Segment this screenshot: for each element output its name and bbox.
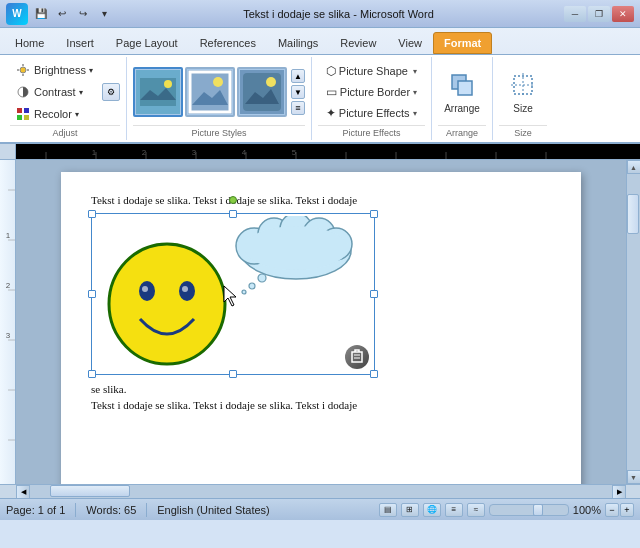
view-print-button[interactable]: ▤: [379, 503, 397, 517]
tab-review[interactable]: Review: [329, 32, 387, 54]
zoom-thumb[interactable]: [533, 504, 543, 516]
status-separator-1: [75, 503, 76, 517]
svg-text:3: 3: [192, 148, 197, 157]
app-logo: W: [6, 3, 28, 25]
zoom-level: 100%: [573, 504, 601, 516]
thought-cloud: [224, 216, 369, 296]
arrange-group-label: Arrange: [438, 125, 486, 138]
minimize-button[interactable]: ─: [564, 6, 586, 22]
size-button[interactable]: Size: [499, 66, 547, 119]
styles-up-button[interactable]: ▲: [291, 69, 305, 83]
tab-view[interactable]: View: [387, 32, 433, 54]
save-button[interactable]: 💾: [32, 5, 50, 23]
page-info: Page: 1 of 1: [6, 504, 65, 516]
scroll-down-button[interactable]: ▼: [627, 470, 641, 484]
svg-point-64: [249, 283, 255, 289]
contrast-arrow-icon: ▾: [79, 88, 83, 97]
brightness-button[interactable]: Brightness ▾: [10, 60, 98, 80]
word-count: Words: 65: [86, 504, 136, 516]
contrast-button[interactable]: Contrast ▾: [10, 82, 98, 102]
picture-styles-content: ▲ ▼ ≡: [133, 59, 305, 125]
resize-handle-bm[interactable]: [229, 370, 237, 378]
undo-button[interactable]: ↩: [53, 5, 71, 23]
scroll-up-button[interactable]: ▲: [627, 160, 641, 174]
resize-handle-br[interactable]: [370, 370, 378, 378]
group-size: Size Size: [493, 57, 553, 140]
scrollbar-vertical[interactable]: ▲ ▼: [626, 160, 640, 484]
scroll-track-h[interactable]: [30, 485, 612, 498]
restore-button[interactable]: ❐: [588, 6, 610, 22]
recolor-button[interactable]: Recolor ▾: [10, 104, 98, 124]
svg-rect-24: [16, 144, 640, 160]
zoom-slider[interactable]: [489, 504, 569, 516]
view-outline-button[interactable]: ≡: [445, 503, 463, 517]
styles-down-button[interactable]: ▼: [291, 85, 305, 99]
svg-point-53: [142, 286, 148, 292]
picture-shape-label: Picture Shape: [339, 65, 410, 77]
scroll-left-button[interactable]: ◀: [16, 485, 30, 498]
resize-handle-bl[interactable]: [88, 370, 96, 378]
image-container[interactable]: [91, 213, 375, 375]
view-draft-button[interactable]: ≈: [467, 503, 485, 517]
style-thumb-3[interactable]: [237, 67, 287, 117]
resize-handle-mr[interactable]: [370, 290, 378, 298]
status-bar: Page: 1 of 1 Words: 65 English (United S…: [0, 498, 640, 520]
picture-styles-label: Picture Styles: [133, 125, 305, 138]
status-right: ▤ ⊞ 🌐 ≡ ≈ 100% − +: [379, 503, 634, 517]
style-thumb-2[interactable]: [185, 67, 235, 117]
scroll-thumb-v[interactable]: [627, 194, 639, 234]
tab-format[interactable]: Format: [433, 32, 492, 54]
arrange-button[interactable]: Arrange: [438, 66, 486, 119]
svg-text:1: 1: [92, 148, 97, 157]
svg-point-65: [242, 290, 246, 294]
scrollbar-horizontal-row: ◀ ▶: [0, 484, 640, 498]
svg-point-0: [20, 67, 26, 73]
tab-mailings[interactable]: Mailings: [267, 32, 329, 54]
contrast-label: Contrast: [34, 86, 76, 98]
document-page: Tekst i dodaje se slika. Tekst i dodaje …: [61, 172, 581, 484]
qat-dropdown-button[interactable]: ▾: [95, 5, 113, 23]
rotation-handle[interactable]: [229, 196, 237, 204]
zoom-controls: − +: [605, 503, 634, 517]
tab-insert[interactable]: Insert: [55, 32, 105, 54]
adjust-group-label: Adjust: [10, 125, 120, 138]
scroll-corner-bl: [0, 485, 16, 498]
picture-effects-button[interactable]: ✦ Picture Effects ▾: [321, 103, 422, 123]
picture-effects-icon: ✦: [326, 106, 336, 120]
resize-handle-tr[interactable]: [370, 210, 378, 218]
zoom-in-button[interactable]: +: [620, 503, 634, 517]
brightness-icon: [15, 62, 31, 78]
size-group-label: Size: [499, 125, 547, 138]
zoom-out-button[interactable]: −: [605, 503, 619, 517]
tab-home[interactable]: Home: [4, 32, 55, 54]
redo-button[interactable]: ↪: [74, 5, 92, 23]
brightness-arrow-icon: ▾: [89, 66, 93, 75]
resize-handle-ml[interactable]: [88, 290, 96, 298]
ruler-row: 1 2 3 4 5: [0, 144, 640, 160]
arrange-icon: [448, 71, 476, 101]
style-thumb-1[interactable]: [133, 67, 183, 117]
adjust-extra-button[interactable]: ⚙: [102, 83, 120, 101]
view-full-reading-button[interactable]: ⊞: [401, 503, 419, 517]
arrange-label: Arrange: [444, 103, 480, 114]
tab-references[interactable]: References: [189, 32, 267, 54]
styles-more-button[interactable]: ≡: [291, 101, 305, 115]
close-button[interactable]: ✕: [612, 6, 634, 22]
scroll-thumb-h[interactable]: [50, 485, 130, 497]
ribbon: Home Insert Page Layout References Maili…: [0, 28, 640, 144]
resize-handle-tl[interactable]: [88, 210, 96, 218]
picture-effects-content: ⬡ Picture Shape ▾ ▭ Picture Border ▾ ✦ P…: [321, 59, 422, 125]
tab-page-layout[interactable]: Page Layout: [105, 32, 189, 54]
scroll-right-button[interactable]: ▶: [612, 485, 626, 498]
picture-border-button[interactable]: ▭ Picture Border ▾: [321, 82, 422, 102]
svg-point-12: [164, 80, 172, 88]
picture-shape-button[interactable]: ⬡ Picture Shape ▾: [321, 61, 422, 81]
brightness-label: Brightness: [34, 64, 86, 76]
quick-access-toolbar: 💾 ↩ ↪ ▾: [32, 5, 113, 23]
styles-navigation: ▲ ▼ ≡: [291, 69, 305, 115]
svg-rect-20: [458, 81, 472, 95]
scroll-track-v[interactable]: [627, 174, 640, 470]
document-scroll-area: Tekst i dodaje se slika. Tekst i dodaje …: [16, 160, 626, 484]
window-controls: ─ ❐ ✕: [564, 6, 634, 22]
view-web-layout-button[interactable]: 🌐: [423, 503, 441, 517]
